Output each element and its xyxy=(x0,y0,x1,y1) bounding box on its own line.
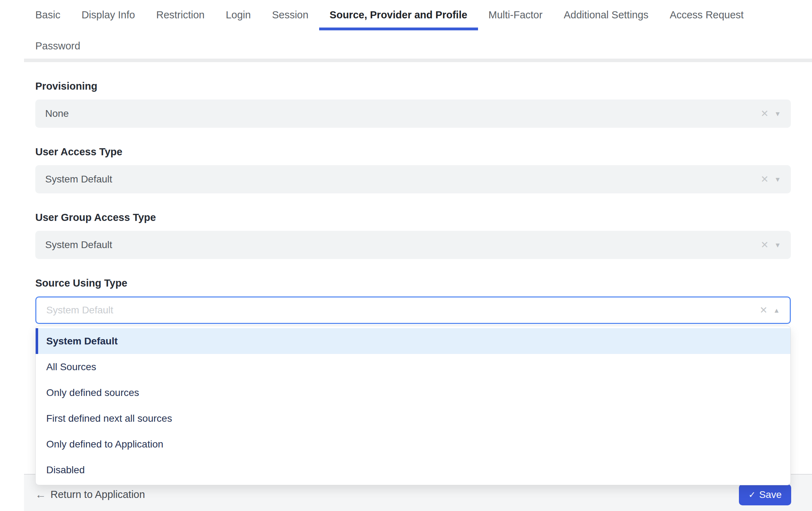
option-disabled[interactable]: Disabled xyxy=(36,457,790,483)
save-button-label: Save xyxy=(759,489,782,500)
tab-row-2: Password xyxy=(25,34,812,58)
chevron-down-icon[interactable]: ▼ xyxy=(774,242,781,248)
option-all-sources[interactable]: All Sources xyxy=(36,354,790,380)
form: Provisioning None ✕ ▼ User Access Type S… xyxy=(35,80,791,324)
option-only-defined-sources[interactable]: Only defined sources xyxy=(36,380,790,405)
user-access-type-label: User Access Type xyxy=(35,145,791,158)
arrow-left-icon: ← xyxy=(35,489,46,500)
user-group-access-type-value: System Default xyxy=(45,239,761,251)
tab-access-request[interactable]: Access Request xyxy=(659,4,754,28)
source-using-type-input[interactable] xyxy=(46,305,760,316)
provisioning-value: None xyxy=(45,108,761,119)
user-access-type-value: System Default xyxy=(45,174,761,185)
tab-restriction[interactable]: Restriction xyxy=(145,4,215,28)
tab-session[interactable]: Session xyxy=(261,4,319,28)
tab-display-info[interactable]: Display Info xyxy=(71,4,146,28)
chevron-up-icon[interactable]: ▲ xyxy=(773,307,780,314)
tabbar-divider xyxy=(24,59,812,62)
tab-source-provider-profile[interactable]: Source, Provider and Profile xyxy=(319,4,478,30)
tab-row-1: Basic Display Info Restriction Login Ses… xyxy=(25,4,812,30)
source-using-type-select[interactable]: ✕ ▲ xyxy=(35,296,791,324)
source-using-type-dropdown: System Default All Sources Only defined … xyxy=(35,326,791,485)
provisioning-select[interactable]: None ✕ ▼ xyxy=(35,100,791,128)
return-to-application-link[interactable]: ← Return to Application xyxy=(35,489,145,500)
settings-page: Basic Display Info Restriction Login Ses… xyxy=(0,0,812,511)
user-access-type-select[interactable]: System Default ✕ ▼ xyxy=(35,165,791,193)
option-system-default[interactable]: System Default xyxy=(36,328,790,354)
user-group-access-type-label: User Group Access Type xyxy=(35,211,791,224)
tab-multi-factor[interactable]: Multi-Factor xyxy=(478,4,553,28)
user-group-access-type-select[interactable]: System Default ✕ ▼ xyxy=(35,231,791,259)
tab-login[interactable]: Login xyxy=(215,4,261,28)
save-button[interactable]: ✓ Save xyxy=(739,484,791,505)
clear-icon[interactable]: ✕ xyxy=(760,306,768,315)
check-icon: ✓ xyxy=(748,491,756,499)
option-only-defined-to-application[interactable]: Only defined to Application xyxy=(36,431,790,457)
tab-bar: Basic Display Info Restriction Login Ses… xyxy=(0,0,812,58)
chevron-down-icon[interactable]: ▼ xyxy=(774,110,781,117)
clear-icon[interactable]: ✕ xyxy=(761,240,769,250)
chevron-down-icon[interactable]: ▼ xyxy=(774,176,781,183)
tab-basic[interactable]: Basic xyxy=(25,4,71,28)
return-link-label: Return to Application xyxy=(50,489,145,500)
tab-additional-settings[interactable]: Additional Settings xyxy=(553,4,659,28)
provisioning-label: Provisioning xyxy=(35,80,791,92)
tab-password[interactable]: Password xyxy=(25,34,91,58)
clear-icon[interactable]: ✕ xyxy=(761,109,769,119)
option-first-defined-next-all-sources[interactable]: First defined next all sources xyxy=(36,405,790,431)
clear-icon[interactable]: ✕ xyxy=(761,175,769,184)
source-using-type-label: Source Using Type xyxy=(35,277,791,289)
